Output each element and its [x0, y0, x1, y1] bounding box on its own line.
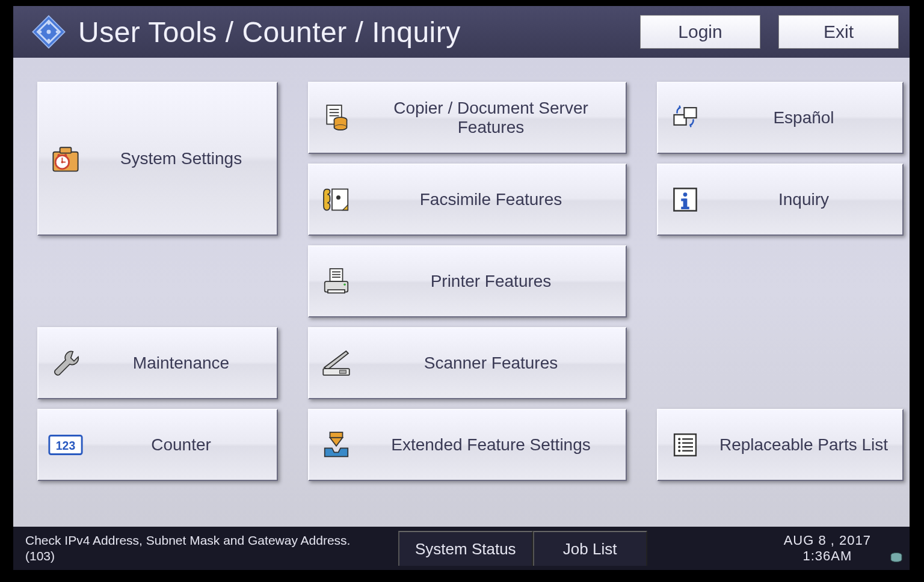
download-tray-icon	[309, 428, 363, 462]
main-grid: System Settings Copier / Document Server…	[13, 58, 910, 527]
tile-label: Copier / Document Server Features	[363, 99, 626, 137]
scanner-icon	[309, 346, 363, 381]
svg-marker-44	[330, 438, 343, 446]
tile-label: Inquiry	[712, 190, 902, 209]
fax-phone-icon	[309, 183, 363, 216]
svg-rect-30	[681, 207, 689, 209]
svg-point-2	[47, 30, 51, 34]
counter-123-icon: 123	[38, 433, 93, 457]
list-icon	[658, 429, 712, 461]
printer-features-button[interactable]: Printer Features	[308, 245, 627, 317]
screen: User Tools / Counter / Inquiry Login Exi…	[13, 6, 910, 570]
replaceable-parts-list-button[interactable]: Replaceable Parts List	[657, 409, 904, 481]
inquiry-button[interactable]: Inquiry	[657, 164, 904, 236]
copier-features-button[interactable]: Copier / Document Server Features	[308, 82, 627, 154]
svg-point-37	[343, 284, 346, 286]
status-message: Check IPv4 Address, Subnet Mask and Gate…	[25, 533, 398, 565]
clock-display: AUG 8 , 2017 1:36AM	[784, 533, 898, 565]
swap-screens-icon	[658, 102, 712, 134]
time-text: 1:36AM	[784, 548, 871, 564]
system-status-button[interactable]: System Status	[398, 531, 533, 566]
svg-rect-8	[60, 147, 72, 153]
counter-button[interactable]: 123 Counter	[37, 409, 278, 481]
svg-point-52	[678, 450, 680, 452]
svg-text:123: 123	[56, 439, 76, 452]
tile-label: Scanner Features	[363, 354, 626, 373]
exit-button[interactable]: Exit	[778, 15, 899, 49]
system-settings-button[interactable]: System Settings	[37, 82, 278, 236]
tile-label: Counter	[93, 435, 277, 455]
tile-label: Replaceable Parts List	[712, 435, 902, 455]
brand-logo-icon	[31, 14, 66, 49]
extended-feature-settings-button[interactable]: Extended Feature Settings	[308, 409, 627, 481]
svg-point-25	[336, 195, 340, 200]
facsimile-features-button[interactable]: Facsimile Features	[308, 164, 627, 236]
tile-label: Maintenance	[93, 354, 277, 373]
info-icon	[658, 183, 712, 216]
page-title: User Tools / Counter / Inquiry	[78, 16, 622, 49]
svg-rect-36	[328, 290, 345, 293]
svg-rect-29	[681, 198, 686, 201]
disk-tray-icon	[889, 551, 904, 565]
tile-label: Español	[712, 108, 902, 127]
svg-point-3	[48, 22, 51, 25]
svg-point-14	[64, 154, 67, 157]
svg-point-48	[678, 442, 680, 444]
header-bar: User Tools / Counter / Inquiry Login Exi…	[13, 6, 910, 58]
svg-point-13	[57, 154, 60, 157]
printer-icon	[309, 265, 363, 298]
wrench-icon	[38, 346, 93, 380]
svg-point-4	[48, 39, 51, 42]
footer-bar: Check IPv4 Address, Subnet Mask and Gate…	[13, 527, 910, 570]
tile-label: Printer Features	[363, 272, 626, 291]
svg-point-6	[56, 31, 59, 34]
svg-rect-45	[674, 434, 696, 456]
briefcase-clock-icon	[38, 141, 93, 177]
scanner-features-button[interactable]: Scanner Features	[308, 327, 627, 399]
job-list-button[interactable]: Job List	[533, 531, 647, 566]
svg-point-27	[683, 192, 688, 197]
document-database-icon	[309, 101, 363, 135]
tile-label: Extended Feature Settings	[363, 435, 626, 455]
svg-point-46	[678, 438, 680, 440]
login-button[interactable]: Login	[640, 15, 760, 49]
svg-point-50	[678, 446, 680, 448]
date-text: AUG 8 , 2017	[784, 533, 871, 548]
status-line-2: (103)	[25, 548, 398, 564]
svg-marker-38	[324, 351, 348, 370]
maintenance-button[interactable]: Maintenance	[37, 327, 278, 399]
tile-label: Facsimile Features	[363, 190, 626, 209]
svg-point-5	[39, 31, 42, 34]
tile-label: System Settings	[93, 149, 277, 168]
svg-rect-43	[330, 432, 343, 438]
language-button[interactable]: Español	[657, 82, 904, 154]
status-line-1: Check IPv4 Address, Subnet Mask and Gate…	[25, 533, 398, 548]
svg-rect-22	[684, 108, 696, 118]
svg-rect-40	[339, 370, 346, 373]
